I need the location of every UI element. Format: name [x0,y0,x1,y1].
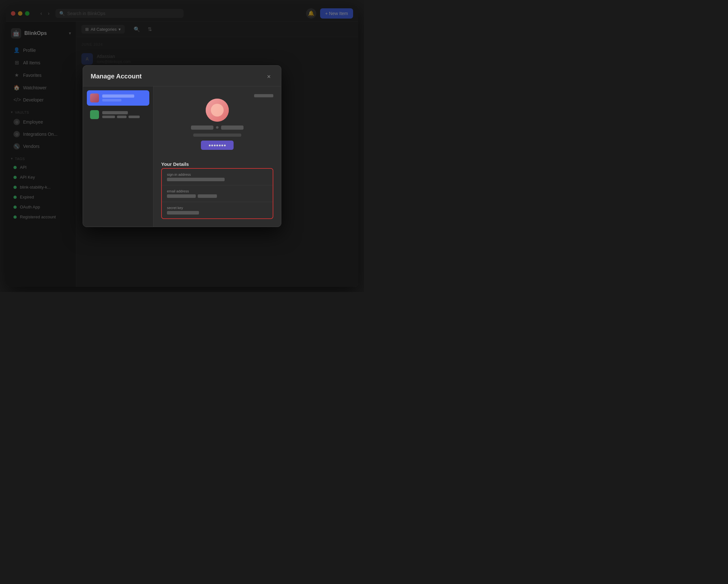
modal-main: ●●●●●●● Your Details sign-in address [154,86,281,227]
modal-header: Manage Account × [83,66,281,86]
account-2-sub-1-blurred [102,116,115,118]
account-avatar-large [206,99,229,122]
your-details-section: Your Details sign-in address email addre… [161,161,273,219]
account-sub-blurred [193,134,241,137]
secret-key-label: secret key [167,206,267,210]
email-address-field: email address [162,185,273,202]
account-2-sub-2-blurred [117,116,127,118]
modal-overlay[interactable]: Manage Account × [6,5,358,287]
account-1-name-blurred [102,94,134,98]
account-profile-section: ●●●●●●● [161,94,273,155]
email-value-row [167,194,267,198]
account-1-avatar [90,93,99,103]
account-name-blurred [191,126,213,130]
email-address-label: email address [167,189,267,193]
account-name-row [191,126,243,130]
account-1-sub-blurred [102,99,122,102]
top-blurred-1 [254,94,273,97]
modal-body: ●●●●●●● Your Details sign-in address [83,86,281,227]
secret-key-field: secret key [162,202,273,218]
account-action-button[interactable]: ●●●●●●● [201,141,234,150]
modal-close-button[interactable]: × [264,72,273,81]
account-2-avatar [90,110,99,119]
dot-separator [216,126,218,129]
sign-in-address-label: sign-in address [167,173,267,176]
account-2-name-blurred [102,111,128,114]
modal-title: Manage Account [91,73,141,80]
account-action-label: ●●●●●●● [209,143,226,147]
sign-in-address-value [167,178,225,181]
app-window: ‹ › 🔍 🔔 + New Item 🤖 BlinkOps ▾ 👤 Profil… [6,5,358,287]
email-value-part1 [167,194,196,198]
email-value-part2 [198,194,217,198]
account-1-details [102,94,146,102]
sign-in-address-field: sign-in address [162,169,273,185]
account-2-details [102,111,146,118]
account-2-sub-3-blurred [129,116,140,118]
secret-key-value [167,211,199,215]
account-name-blurred-2 [221,126,243,130]
details-box: sign-in address email address [161,168,273,219]
modal-account-list [83,86,154,227]
modal-account-item-2[interactable] [87,107,149,122]
top-blurred-elements [254,94,273,97]
modal-account-item-1[interactable] [87,90,149,106]
your-details-title: Your Details [161,161,273,167]
manage-account-modal: Manage Account × [83,65,281,227]
